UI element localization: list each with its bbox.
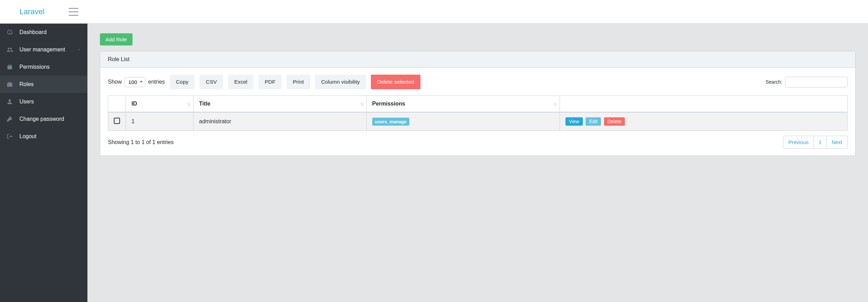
column-actions: [560, 96, 847, 112]
sort-icon: ↑↓: [187, 101, 190, 107]
card-header: Role List: [100, 51, 855, 68]
hamburger-icon[interactable]: [69, 8, 78, 16]
add-role-button[interactable]: Add Role: [100, 33, 133, 45]
delete-button[interactable]: Delete: [604, 117, 625, 126]
logout-icon: [6, 133, 13, 140]
sidebar-item-roles[interactable]: Roles: [0, 76, 87, 93]
table-info: Showing 1 to 1 of 1 entries: [108, 139, 173, 145]
page-1[interactable]: 1: [814, 136, 827, 149]
key-icon: [6, 116, 13, 123]
row-checkbox[interactable]: [114, 118, 120, 124]
csv-button[interactable]: CSV: [199, 75, 223, 89]
brand-link[interactable]: Laravel: [19, 7, 44, 16]
main-content: Add Role Role List Show 100 entries: [87, 24, 868, 302]
sidebar-item-label: Logout: [19, 133, 36, 140]
print-button[interactable]: Print: [287, 75, 310, 89]
length-control: Show 100 entries: [108, 77, 165, 87]
search-input[interactable]: [785, 77, 848, 87]
topbar: Laravel: [0, 0, 868, 24]
role-list-card: Role List Show 100 entries: [100, 51, 856, 156]
pagination: Previous 1 Next: [783, 136, 848, 149]
select-all-header[interactable]: [108, 96, 126, 112]
view-button[interactable]: View: [565, 117, 583, 126]
column-permissions[interactable]: Permissions ↑↓: [366, 96, 560, 112]
search-label: Search:: [766, 79, 782, 85]
sidebar-item-label: Roles: [19, 81, 34, 87]
sidebar-item-permissions[interactable]: Permissions: [0, 58, 87, 76]
permission-badge: users_manage: [372, 118, 409, 126]
sidebar-item-user-management[interactable]: User management: [0, 41, 87, 58]
sidebar-item-label: Change password: [19, 116, 64, 122]
unlock-icon: [6, 64, 13, 70]
show-label: Show: [108, 79, 122, 85]
column-permissions-label: Permissions: [372, 101, 405, 107]
pdf-button[interactable]: PDF: [258, 75, 282, 89]
column-title[interactable]: Title ↑↓: [193, 96, 366, 112]
chevron-down-icon: [77, 48, 81, 52]
sidebar: Dashboard User management Permissions Ro…: [0, 24, 87, 302]
sidebar-item-dashboard[interactable]: Dashboard: [0, 24, 87, 41]
sidebar-item-change-password[interactable]: Change password: [0, 110, 87, 128]
sidebar-item-label: Permissions: [19, 64, 50, 70]
sort-icon: ↑↓: [554, 101, 556, 107]
table-footer: Showing 1 to 1 of 1 entries Previous 1 N…: [108, 136, 848, 149]
sidebar-item-logout[interactable]: Logout: [0, 128, 87, 145]
roles-table: ID ↑↓ Title ↑↓ Permissions ↑↓: [108, 95, 848, 131]
copy-button[interactable]: Copy: [170, 75, 195, 89]
column-visibility-button[interactable]: Column visibility: [315, 75, 366, 89]
column-title-label: Title: [199, 101, 211, 107]
cell-id: 1: [126, 112, 194, 131]
gauge-icon: [6, 29, 13, 36]
next-page[interactable]: Next: [827, 136, 848, 149]
length-select[interactable]: 100: [125, 77, 145, 87]
users-icon: [6, 46, 13, 53]
entries-label: entries: [148, 79, 165, 85]
delete-selected-button[interactable]: Delete selected: [371, 75, 420, 89]
cell-actions: View Edit Delete: [560, 112, 847, 131]
column-id[interactable]: ID ↑↓: [126, 96, 194, 112]
user-icon: [6, 98, 13, 105]
column-id-label: ID: [131, 101, 137, 107]
excel-button[interactable]: Excel: [228, 75, 254, 89]
table-row: 1 administrator users_manage View Edit D…: [108, 112, 848, 131]
cell-title: administrator: [193, 112, 366, 131]
sidebar-item-label: Dashboard: [19, 29, 46, 35]
edit-button[interactable]: Edit: [586, 117, 601, 126]
cell-permissions: users_manage: [366, 112, 560, 131]
sidebar-item-label: User management: [19, 47, 65, 53]
sidebar-item-label: Users: [19, 99, 34, 105]
sort-icon: ↑↓: [360, 101, 363, 107]
sidebar-item-users[interactable]: Users: [0, 93, 87, 110]
previous-page[interactable]: Previous: [783, 136, 814, 149]
datatable-toolbar: Show 100 entries Copy CSV Excel PDF: [108, 75, 848, 89]
briefcase-icon: [6, 81, 13, 88]
